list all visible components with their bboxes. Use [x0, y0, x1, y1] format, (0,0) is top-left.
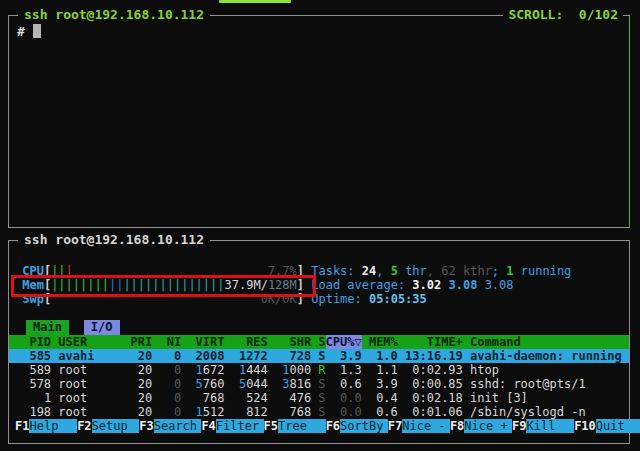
kernel-thread-count: , 62 kthr: [427, 264, 492, 278]
mem-meter-line: Mem[||||||||||||||||||||||||37.9M/128M]L…: [9, 278, 629, 292]
bottom-pane-title: ssh root@192.168.10.112: [18, 232, 210, 248]
cpu-meter-bar: |||7.7%: [51, 264, 297, 278]
process-row-selected[interactable]: 585avahi20020081272728S3.91.013:16.19ava…: [9, 349, 629, 363]
uptime-stat: Uptime: 05:05:35: [304, 292, 427, 306]
cpu-meter-value: 7.7%: [268, 264, 297, 278]
process-row[interactable]: 198root2001512812768S0.00.60:01.06/sbin/…: [9, 405, 629, 419]
cpu-meter-line: CPU[|||7.7%]Tasks: 24, 5 thr, 62 kthr; 1…: [9, 264, 629, 278]
screen-tabs: MainI/O: [9, 320, 629, 334]
swap-meter-line: Swp[0K/0K]Uptime: 05:05:35: [9, 292, 629, 306]
uptime-value: 05:05:35: [369, 292, 427, 306]
swap-meter-bar: 0K/0K: [51, 292, 297, 306]
fn-tree-button[interactable]: F5Tree: [264, 419, 326, 433]
thread-count: 5: [391, 264, 398, 278]
process-row[interactable]: 589root200167214441000R1.31.10:02.93htop: [9, 363, 629, 377]
process-row[interactable]: 1root200768524476S0.00.40:02.18init [3]: [9, 391, 629, 405]
fn-kill-button[interactable]: F9Kill: [512, 419, 574, 433]
fn-nice-minus-button[interactable]: F7Nice -: [388, 419, 450, 433]
top-ssh-pane[interactable]: ssh root@192.168.10.112 SCROLL: 0/102 #: [8, 15, 630, 228]
header-command[interactable]: Command: [463, 335, 629, 349]
function-key-bar: F1Help F2Setup F3Search F4Filter F5Tree …: [9, 419, 629, 433]
terminal-screen: ssh root@192.168.10.112 SCROLL: 0/102 # …: [0, 0, 640, 451]
header-ni[interactable]: NI: [152, 335, 181, 349]
load-15min: 3.08: [485, 278, 514, 292]
mem-bars-buffers: ||: [109, 278, 123, 292]
header-user[interactable]: USER: [51, 335, 123, 349]
mem-bars-cache: ||||||||||||||: [123, 278, 224, 292]
cpu-bars-kernel: |: [66, 264, 73, 278]
prompt-symbol: #: [17, 24, 25, 39]
fn-quit-button[interactable]: F10Quit: [574, 419, 640, 433]
mem-bars-used: ||||||||: [51, 278, 109, 292]
mem-meter-label: Mem: [22, 278, 44, 292]
swap-meter-label: Swp: [22, 292, 44, 306]
mem-meter-bar: ||||||||||||||||||||||||37.9M/128M: [51, 278, 297, 292]
spacer-line: [9, 250, 629, 264]
header-virt[interactable]: VIRT: [181, 335, 224, 349]
bottom-ssh-pane[interactable]: ssh root@192.168.10.112 CPU[|||7.7%]Task…: [8, 240, 630, 444]
scroll-indicator: SCROLL: 0/102: [503, 7, 623, 23]
tab-main[interactable]: Main: [26, 320, 69, 334]
header-cpu-sort[interactable]: CPU%▽: [326, 335, 362, 349]
cpu-meter-label: CPU: [22, 264, 44, 278]
header-shr[interactable]: SHR: [268, 335, 311, 349]
terminal-cursor: [33, 24, 41, 38]
process-table-header: PIDUSERPRINIVIRTRESSHRSCPU%▽MEM%TIME+Com…: [9, 335, 629, 349]
header-time[interactable]: TIME+: [398, 335, 463, 349]
header-pri[interactable]: PRI: [123, 335, 152, 349]
tab-io[interactable]: I/O: [84, 320, 120, 334]
fn-setup-button[interactable]: F2Setup: [77, 419, 139, 433]
process-row[interactable]: 578root200576050443816S0.63.90:00.85sshd…: [9, 377, 629, 391]
htop-app: CPU[|||7.7%]Tasks: 24, 5 thr, 62 kthr; 1…: [9, 241, 629, 433]
header-pid[interactable]: PID: [15, 335, 51, 349]
header-res[interactable]: RES: [224, 335, 267, 349]
fn-nice-plus-button[interactable]: F8Nice +: [450, 419, 512, 433]
load-5min: 3.08: [449, 278, 478, 292]
header-state[interactable]: S: [311, 335, 325, 349]
cpu-bars-normal: ||: [51, 264, 65, 278]
fn-help-button[interactable]: F1Help: [15, 419, 77, 433]
spacer-line: [9, 306, 629, 320]
load-1min: 3.02: [412, 278, 441, 292]
header-mem[interactable]: MEM%: [362, 335, 398, 349]
load-average-stat: Load average: 3.02 3.08 3.08: [304, 278, 514, 292]
fn-filter-button[interactable]: F4Filter: [201, 419, 263, 433]
swap-meter-value: 0K/0K: [261, 292, 297, 306]
running-count: 1: [506, 264, 513, 278]
fn-sortby-button[interactable]: F6SortBy: [326, 419, 388, 433]
tasks-stat: Tasks: 24, 5 thr, 62 kthr; 1 running: [304, 264, 571, 278]
fn-search-button[interactable]: F3Search: [139, 419, 201, 433]
top-pane-title: ssh root@192.168.10.112: [18, 7, 210, 23]
mem-meter-value: 37.9M/128M: [225, 278, 297, 292]
recording-progress-strip: [219, 0, 291, 3]
tasks-count: 24: [362, 264, 376, 278]
